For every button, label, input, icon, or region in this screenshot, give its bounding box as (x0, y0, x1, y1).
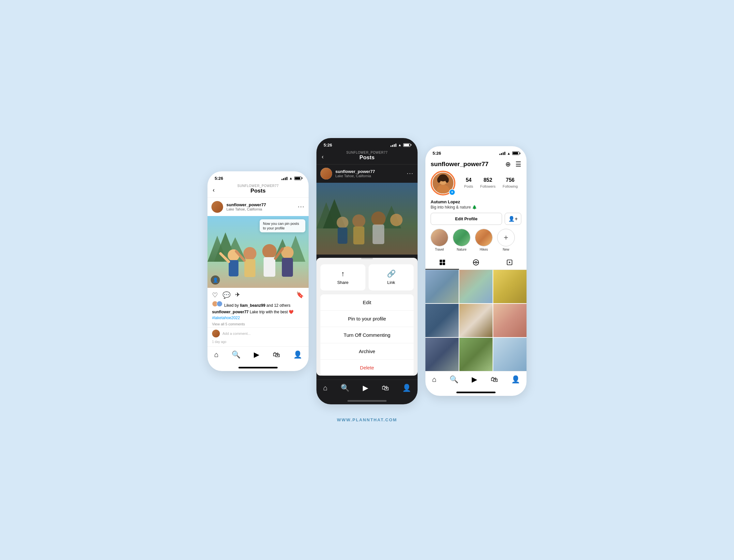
nav-home-left[interactable]: ⌂ (214, 350, 218, 359)
menu-edit[interactable]: Edit (320, 294, 414, 311)
grid-photo-6[interactable] (493, 304, 526, 337)
back-button-middle[interactable]: ‹ (322, 153, 324, 160)
status-icons-middle: ▲ (390, 143, 410, 147)
menu-delete[interactable]: Delete (320, 360, 414, 376)
share-label: Share (337, 280, 349, 285)
caption-text: Lake trip with the best ❤️ (250, 310, 294, 314)
nav-search-left[interactable]: 🔍 (232, 350, 241, 359)
highlight-hikes[interactable]: Hikes (475, 229, 492, 251)
nav-reels-right[interactable]: ▶ (472, 375, 477, 384)
nav-title-middle: Posts (322, 154, 412, 161)
post-handle-middle: sunflower_power77 (336, 169, 375, 174)
nav-username-middle: SUNFLOWER_POWER77 (322, 151, 412, 154)
add-post-icon[interactable]: ⊕ (505, 160, 511, 168)
tab-reels[interactable] (459, 256, 492, 270)
nav-search-middle[interactable]: 🔍 (341, 384, 350, 392)
back-button-left[interactable]: ‹ (213, 187, 215, 194)
edit-profile-button[interactable]: Edit Profile (430, 213, 502, 225)
wifi-icon-right: ▲ (507, 151, 510, 155)
add-story-badge[interactable]: + (449, 189, 455, 195)
phone-middle: 5:26 ▲ ‹ SUNFLOWER_POWER77 Posts (317, 138, 417, 404)
followers-label: Followers (480, 184, 495, 188)
hashtag[interactable]: #laketahoe2022 (212, 316, 240, 320)
photo-grid (425, 270, 526, 371)
grid-icon (439, 259, 445, 266)
reels-icon (473, 259, 479, 266)
svg-point-27 (390, 214, 402, 226)
nav-search-right[interactable]: 🔍 (449, 375, 458, 384)
comment-icon[interactable]: 💬 (223, 291, 231, 299)
grid-photo-1[interactable] (425, 270, 459, 303)
share-icon[interactable]: ✈ (235, 291, 240, 299)
post-header-left: sunflower_power77 Lake Tahoe, California… (208, 198, 309, 216)
bookmark-icon[interactable]: 🔖 (296, 291, 304, 299)
grid-photo-7[interactable] (425, 338, 459, 371)
nav-shop-right[interactable]: 🛍 (491, 375, 498, 384)
post-time-left: 1 day ago (208, 340, 309, 346)
time-left: 5:26 (215, 176, 223, 181)
grid-photo-8[interactable] (459, 338, 492, 371)
nav-reels-left[interactable]: ▶ (254, 350, 259, 359)
stat-followers[interactable]: 852 Followers (480, 177, 495, 189)
posts-label: Posts (464, 184, 473, 188)
caption-handle: sunflower_power77 (212, 310, 249, 314)
highlight-new[interactable]: + New (497, 229, 515, 251)
wifi-icon-middle: ▲ (398, 143, 401, 147)
highlight-travel[interactable]: Travel (430, 229, 448, 251)
share-button[interactable]: ↑ Share (320, 264, 366, 290)
tab-tagged[interactable] (493, 256, 526, 270)
like-icon[interactable]: ♡ (212, 291, 218, 299)
stat-posts[interactable]: 54 Posts (464, 177, 473, 189)
battery-icon-middle (403, 143, 410, 147)
nav-home-middle[interactable]: ⌂ (323, 384, 327, 392)
signal-icon-right (499, 151, 505, 155)
svg-point-8 (243, 247, 257, 260)
add-people-button[interactable]: 👤+ (505, 213, 521, 225)
post-options-left[interactable]: ··· (298, 203, 305, 210)
link-icon-sheet: 🔗 (368, 270, 414, 278)
followers-count: 852 (480, 177, 495, 183)
post-avatar-middle (320, 168, 332, 179)
comment-input[interactable]: Add a comment... (223, 332, 304, 335)
posts-count: 54 (464, 177, 473, 183)
menu-archive[interactable]: Archive (320, 343, 414, 360)
grid-photo-4[interactable] (425, 304, 459, 337)
menu-turn-off-commenting[interactable]: Turn Off Commenting (320, 327, 414, 343)
svg-rect-13 (282, 258, 293, 277)
nav-profile-right[interactable]: 👤 (511, 375, 520, 384)
svg-point-10 (262, 244, 277, 258)
battery-icon (294, 177, 302, 180)
home-indicator-right (456, 392, 495, 393)
link-button[interactable]: 🔗 Link (368, 264, 414, 290)
nav-shop-middle[interactable]: 🛍 (382, 384, 389, 392)
post-options-middle[interactable]: ··· (407, 170, 414, 177)
profile-username: sunflower_power77 (430, 161, 488, 168)
highlight-nature[interactable]: Nature (453, 229, 470, 251)
stat-following[interactable]: 756 Following (503, 177, 518, 189)
grid-photo-3[interactable] (493, 270, 526, 303)
bottom-nav-right: ⌂ 🔍 ▶ 🛍 👤 (425, 371, 526, 390)
grid-photo-9[interactable] (493, 338, 526, 371)
tab-grid[interactable] (425, 256, 459, 270)
sheet-menu: Edit Pin to your profile Turn Off Commen… (317, 294, 417, 376)
grid-photo-5[interactable] (459, 304, 492, 337)
svg-rect-34 (439, 260, 442, 262)
nav-home-right[interactable]: ⌂ (432, 375, 436, 384)
menu-icon[interactable]: ☰ (515, 160, 521, 168)
comments-link-left[interactable]: View all 5 comments (208, 322, 309, 327)
nav-shop-left[interactable]: 🛍 (273, 350, 280, 359)
tagged-icon (506, 259, 513, 266)
svg-point-33 (445, 177, 449, 183)
nav-reels-middle[interactable]: ▶ (363, 384, 368, 392)
status-bar-left: 5:26 ▲ (208, 171, 309, 183)
footer-url: WWW.PLANNTHAT.COM (337, 417, 397, 422)
svg-rect-36 (439, 263, 442, 265)
time-middle: 5:26 (324, 143, 332, 148)
time-right: 5:26 (432, 151, 441, 156)
liker-name[interactable]: liam_beanz99 (240, 303, 265, 308)
nav-profile-left[interactable]: 👤 (293, 350, 302, 359)
grid-photo-2[interactable] (459, 270, 492, 303)
nav-profile-middle[interactable]: 👤 (402, 384, 411, 392)
menu-pin[interactable]: Pin to your profile (320, 311, 414, 327)
bio-text: Big into hiking & nature 🌲 (430, 205, 521, 210)
